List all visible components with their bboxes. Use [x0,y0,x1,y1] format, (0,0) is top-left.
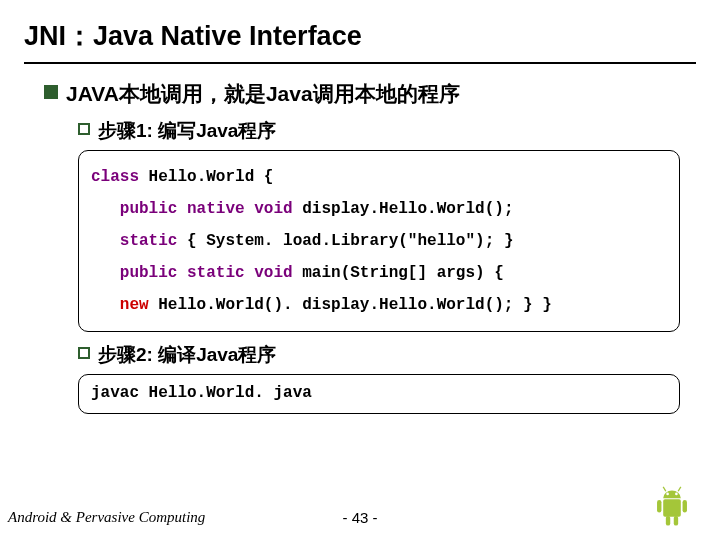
android-icon [650,480,694,536]
svg-rect-1 [657,500,661,512]
svg-line-6 [678,487,681,491]
svg-rect-2 [683,500,687,512]
code-text: Hello.World(). display.Hello.World(); } … [149,296,552,314]
code-text: { System. load.Library("hello"); } [177,232,513,250]
svg-rect-0 [663,499,681,517]
svg-point-7 [666,493,669,496]
code-text: Hello.World { [139,168,273,186]
code-text: display.Hello.World(); [293,200,514,218]
code-text: javac Hello.World. java [91,381,667,407]
kw-static: static [91,232,177,250]
slide-title: JNI：Java Native Interface [24,18,696,64]
step2-text: 步骤2: 编译Java程序 [98,342,276,368]
code-text: main(String[] args) { [293,264,504,282]
kw-class: class [91,168,139,186]
code-block-1: class Hello.World { public native void d… [78,150,680,332]
kw-public-static-void: public static void [91,264,293,282]
kw-new: new [91,296,149,314]
square-outline-bullet-icon [78,123,90,135]
svg-point-8 [675,493,678,496]
square-bullet-icon [44,85,58,99]
bullet-step2: 步骤2: 编译Java程序 [78,342,696,368]
step1-text: 步骤1: 编写Java程序 [98,118,276,144]
bullet1-text: JAVA本地调用，就是Java调用本地的程序 [66,80,460,108]
bullet-step1: 步骤1: 编写Java程序 [78,118,696,144]
code-block-2: javac Hello.World. java [78,374,680,414]
kw-public-native-void: public native void [91,200,293,218]
svg-rect-4 [674,516,678,526]
footer: Android & Pervasive Computing - 43 - [0,509,720,526]
svg-line-5 [663,487,666,491]
square-outline-bullet-icon [78,347,90,359]
footer-text: Android & Pervasive Computing [8,509,205,526]
bullet-level1: JAVA本地调用，就是Java调用本地的程序 [44,80,696,108]
page-number: - 43 - [342,509,377,526]
svg-rect-3 [666,516,670,526]
